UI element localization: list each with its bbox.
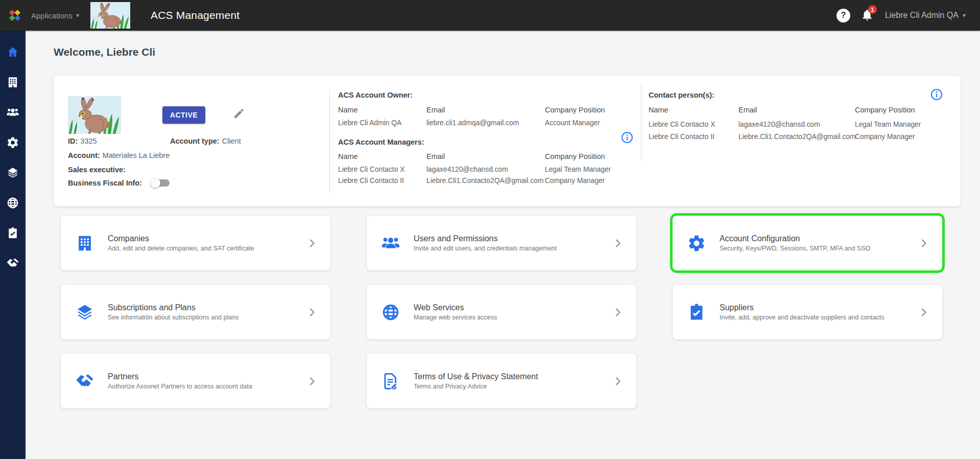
header-email: Email: [738, 106, 855, 114]
header-name: Name: [649, 106, 738, 114]
managers-table-header: Name Email Company Position: [338, 152, 624, 160]
manager-row: Liebre Cli Contacto X lagaxe4120@chansd.…: [338, 166, 624, 173]
main-content: Welcome, Liebre Cli ACTIVE ID: 3325 Acco…: [26, 31, 980, 459]
manager-email: Liebre.Cli1.Contacto2QA@gmail.com: [426, 177, 545, 185]
card-subtitle: See informatión about subscriptions and …: [108, 314, 238, 321]
sidebar: [0, 31, 26, 459]
chevron-right-icon: [306, 306, 318, 318]
applications-menu[interactable]: Applications ▾: [31, 11, 79, 20]
manager-name: Liebre Cli Contacto II: [338, 177, 426, 185]
card-title: Companies: [108, 234, 254, 243]
help-button[interactable]: ?: [836, 9, 850, 22]
account-id-field: ID: 3325: [68, 137, 97, 145]
account-type-field: Account type: Client: [170, 137, 241, 145]
contacts-section-title: Contact person(s):: [649, 91, 714, 99]
contact-row: Liebre Cli Contacto X lagaxe4120@chansd.…: [649, 121, 955, 128]
sales-executive-field: Sales executive:: [68, 166, 128, 174]
card-web-services[interactable]: Web ServicesManage web services access: [367, 285, 636, 339]
account-type-value: Client: [222, 137, 241, 145]
managers-info-button[interactable]: [620, 131, 634, 144]
question-mark-icon: ?: [841, 11, 846, 20]
card-title: Subscriptions and Plans: [108, 303, 238, 312]
manager-name: Liebre Cli Contacto X: [338, 166, 426, 173]
building-icon: [6, 76, 19, 89]
status-badge[interactable]: ACTIVE: [162, 106, 205, 124]
edit-account-button[interactable]: [232, 107, 246, 121]
account-label: Account:: [68, 151, 100, 159]
home-icon: [6, 45, 19, 59]
account-name-field: Account: Materiales La Liebre: [68, 151, 170, 159]
account-avatar-image: [68, 96, 121, 134]
user-menu[interactable]: Liebre Cli Admin QA ▾: [885, 11, 966, 20]
contacts-table-header: Name Email Company Position: [649, 106, 955, 114]
header-name: Name: [338, 106, 426, 114]
handshake-icon: [75, 372, 94, 391]
card-subscriptions-and-plans[interactable]: Subscriptions and PlansSee informatión a…: [61, 285, 330, 339]
handshake-icon: [6, 257, 19, 270]
sidebar-item-partners[interactable]: [6, 256, 20, 270]
globe-icon: [6, 196, 19, 210]
card-title: Account Configuration: [720, 234, 870, 243]
chevron-down-icon: ▾: [963, 12, 966, 19]
account-summary-card: ACTIVE ID: 3325 Account type: Client Acc…: [54, 76, 961, 206]
sidebar-item-account-configuration[interactable]: [6, 135, 20, 150]
business-fiscal-toggle[interactable]: [152, 179, 170, 187]
contact-email: lagaxe4120@chansd.com: [738, 121, 855, 128]
vertical-divider: [641, 84, 641, 160]
chevron-right-icon: [918, 306, 930, 318]
card-account-configuration[interactable]: Account ConfigurationSecurity, Keys/PWD,…: [673, 216, 942, 270]
header-email: Email: [426, 152, 545, 160]
manager-email: lagaxe4120@chansd.com: [426, 166, 545, 173]
card-title: Terms of Use & Privacy Statement: [414, 372, 538, 381]
chevron-right-icon: [918, 237, 930, 249]
sidebar-item-home[interactable]: [6, 45, 20, 59]
building-icon: [75, 234, 94, 253]
contact-position: Company Manager: [855, 133, 955, 141]
sidebar-item-users[interactable]: [6, 105, 20, 120]
notifications-button[interactable]: 1: [861, 8, 875, 22]
card-suppliers[interactable]: SuppliersInvite, add, approve and deacti…: [673, 285, 942, 339]
layers-icon: [6, 166, 19, 179]
owner-email: liebre.cli1.admqa@gmail.com: [426, 119, 545, 127]
users-icon: [6, 106, 19, 119]
card-companies[interactable]: CompaniesAdd, edit and delete companies,…: [61, 216, 330, 270]
chevron-right-icon: [612, 237, 624, 249]
card-title: Web Services: [414, 303, 497, 312]
layers-icon: [75, 303, 94, 322]
card-subtitle: Invite and edit users, and credentials m…: [414, 245, 557, 252]
pencil-icon: [233, 107, 245, 120]
sidebar-item-web-services[interactable]: [6, 196, 20, 210]
manager-position: Company Manager: [545, 177, 624, 185]
sidebar-item-suppliers[interactable]: [6, 226, 20, 240]
notification-badge: 1: [868, 5, 877, 14]
clipboard-check-icon: [687, 303, 706, 322]
contacts-info-button[interactable]: [930, 88, 943, 101]
id-label: ID:: [68, 137, 78, 145]
card-subtitle: Security, Keys/PWD, Sessions, SMTP, MFA …: [720, 245, 870, 252]
gear-icon: [687, 234, 706, 253]
owner-row: Liebre Cli Admin QA liebre.cli1.admqa@gm…: [338, 119, 624, 127]
manager-position: Legal Team Manager: [545, 166, 624, 173]
contact-name: Liebre Cli Contacto II: [649, 133, 738, 141]
owner-table-header: Name Email Company Position: [338, 106, 624, 114]
info-icon: [930, 88, 943, 101]
app-title: ACS Management: [151, 9, 240, 21]
sidebar-item-companies[interactable]: [6, 75, 20, 89]
user-name: Liebre Cli Admin QA: [885, 11, 959, 20]
globe-icon: [381, 303, 400, 322]
info-icon: [620, 131, 634, 144]
header-name: Name: [338, 152, 426, 160]
owner-position: Account Manager: [545, 119, 624, 127]
business-fiscal-label: Business Fiscal Info:: [68, 179, 142, 187]
card-partners[interactable]: PartnersAuthorize Axosnet Partners to ac…: [61, 354, 330, 408]
card-users-and-permissions[interactable]: Users and PermissionsInvite and edit use…: [367, 216, 636, 270]
contact-name: Liebre Cli Contacto X: [649, 121, 738, 128]
sidebar-item-subscriptions[interactable]: [6, 166, 20, 180]
top-bar: Applications ▾ ACS Management ? 1 Liebre…: [0, 0, 980, 31]
card-subtitle: Authorize Axosnet Partners to access acc…: [108, 383, 252, 390]
business-fiscal-field: Business Fiscal Info:: [68, 179, 170, 187]
card-terms-of-use[interactable]: Terms of Use & Privacy StatementTerms an…: [367, 354, 636, 408]
owner-section-title: ACS Account Owner:: [338, 91, 413, 99]
sales-executive-label: Sales executive:: [68, 166, 126, 174]
card-title: Users and Permissions: [414, 234, 557, 243]
